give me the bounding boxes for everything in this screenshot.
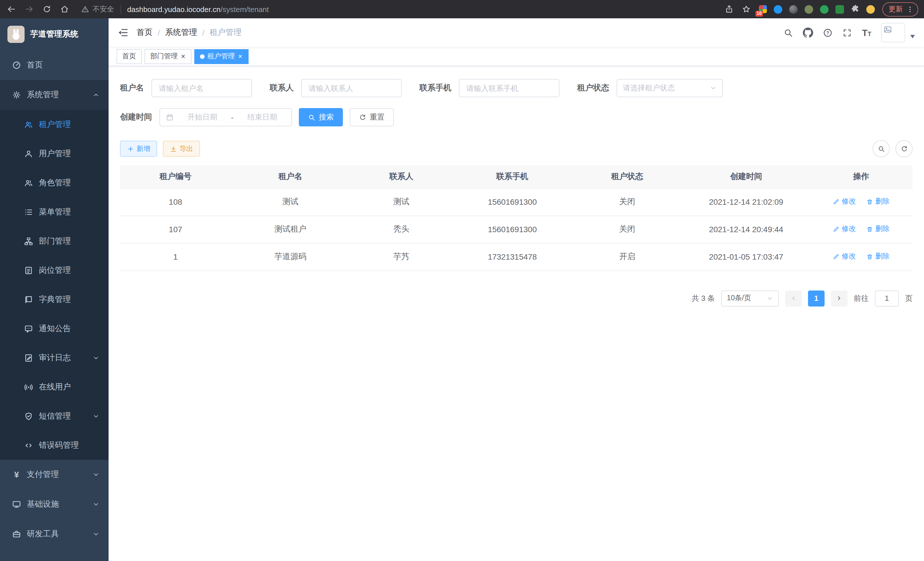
date-end-placeholder: 结束日期 bbox=[238, 112, 286, 122]
header-search-icon[interactable] bbox=[784, 28, 794, 38]
tab-tenant[interactable]: 租户管理 bbox=[194, 49, 249, 64]
contact-input[interactable] bbox=[301, 79, 402, 97]
ext-avatar-icon[interactable] bbox=[866, 4, 875, 14]
sidebar-item-error-code[interactable]: 错误码管理 bbox=[0, 431, 109, 460]
ext-olive-icon[interactable] bbox=[804, 4, 814, 14]
chevron-down-icon bbox=[93, 531, 99, 538]
page-content: 租户名 联系人 联系手机 租户状态 请选择租户状态 bbox=[109, 66, 924, 561]
bookmark-star-icon[interactable] bbox=[741, 3, 752, 15]
add-button[interactable]: 新增 bbox=[120, 141, 157, 157]
browser-forward-icon[interactable] bbox=[23, 3, 35, 15]
sidebar-item-dict[interactable]: 字典管理 bbox=[0, 285, 109, 314]
security-chip[interactable]: 不安全 bbox=[81, 4, 114, 14]
github-icon[interactable] bbox=[803, 27, 813, 38]
table-header-row: 租户编号 租户名 联系人 联系手机 租户状态 创建时间 操作 bbox=[120, 165, 913, 188]
sidebar-item-home[interactable]: 首页 bbox=[0, 50, 109, 80]
chevron-down-icon bbox=[93, 501, 99, 508]
refresh-table-button[interactable] bbox=[896, 140, 913, 157]
sidebar-item-menu[interactable]: 菜单管理 bbox=[0, 197, 109, 226]
sidebar-toggle-icon[interactable] bbox=[109, 27, 136, 38]
date-start-placeholder: 开始日期 bbox=[179, 112, 226, 122]
tab-home[interactable]: 首页 bbox=[117, 49, 142, 64]
gear-icon bbox=[12, 90, 21, 99]
caret-down-icon[interactable] bbox=[910, 35, 915, 38]
url-host: dashboard.yudao.iocoder.cn bbox=[127, 5, 220, 14]
page-size-select[interactable]: 10条/页 bbox=[721, 290, 779, 306]
sidebar-item-user[interactable]: 用户管理 bbox=[0, 139, 109, 168]
edit-button[interactable]: 修改 bbox=[832, 197, 856, 207]
date-range-picker[interactable]: 开始日期 - 结束日期 bbox=[159, 108, 292, 126]
mobile-input[interactable] bbox=[459, 79, 560, 97]
sidebar-item-role[interactable]: 角色管理 bbox=[0, 168, 109, 197]
search-button[interactable]: 搜索 bbox=[299, 108, 343, 126]
ext-green-square-icon[interactable] bbox=[835, 4, 844, 14]
share-icon[interactable] bbox=[723, 3, 735, 15]
ext-green-circle-icon[interactable] bbox=[819, 4, 829, 14]
edit-button[interactable]: 修改 bbox=[832, 252, 856, 262]
create-time-label: 创建时间 bbox=[120, 112, 152, 122]
export-button[interactable]: 导出 bbox=[163, 141, 200, 157]
browser-home-icon[interactable] bbox=[59, 3, 70, 15]
address-bar[interactable]: dashboard.yudao.iocoder.cn/system/tenant bbox=[127, 5, 717, 14]
sidebar-item-payment[interactable]: ¥ 支付管理 bbox=[0, 460, 109, 490]
ext-grid-icon[interactable]: 10 bbox=[758, 4, 767, 14]
status-badge: 关闭 bbox=[572, 216, 682, 243]
sidebar-item-post[interactable]: 岗位管理 bbox=[0, 256, 109, 285]
tenant-table: 租户编号 租户名 联系人 联系手机 租户状态 创建时间 操作 108 测试 bbox=[120, 165, 913, 271]
sidebar: 芋道管理系统 首页 系统管理 租户管理 用户管理 角色管理 bbox=[0, 18, 109, 561]
col-actions: 操作 bbox=[809, 165, 913, 188]
search-icon bbox=[308, 114, 315, 121]
app-logo[interactable]: 芋道管理系统 bbox=[0, 18, 109, 50]
fullscreen-icon[interactable] bbox=[843, 28, 852, 38]
user-avatar[interactable] bbox=[881, 23, 905, 42]
roles-icon bbox=[24, 178, 33, 187]
next-page-button[interactable] bbox=[831, 290, 848, 306]
tenant-name-input[interactable] bbox=[152, 79, 252, 97]
browser-reload-icon[interactable] bbox=[41, 3, 52, 15]
sidebar-item-system[interactable]: 系统管理 bbox=[0, 80, 109, 110]
ext-drop-icon[interactable] bbox=[773, 4, 783, 14]
chevron-down-icon bbox=[766, 295, 773, 302]
delete-button[interactable]: 删除 bbox=[866, 252, 890, 262]
infrastructure-monitor-icon bbox=[12, 500, 21, 509]
broken-image-icon bbox=[884, 25, 892, 34]
chevron-down-icon bbox=[710, 85, 717, 92]
prev-page-button[interactable] bbox=[785, 290, 802, 306]
extensions-puzzle-icon[interactable] bbox=[850, 4, 860, 14]
status-badge: 关闭 bbox=[572, 188, 682, 216]
ext-sphere-icon[interactable] bbox=[789, 4, 798, 14]
sidebar-item-notice[interactable]: 通知公告 bbox=[0, 314, 109, 343]
tab-close-icon[interactable] bbox=[181, 54, 186, 59]
font-size-icon[interactable]: TT bbox=[862, 28, 872, 37]
sidebar-item-online-user[interactable]: 在线用户 bbox=[0, 372, 109, 402]
status-select[interactable]: 请选择租户状态 bbox=[616, 79, 723, 97]
goto-page-input[interactable] bbox=[875, 290, 899, 306]
plus-icon bbox=[127, 145, 134, 152]
chrome-update-button[interactable]: 更新 bbox=[882, 2, 918, 16]
tags-view: 首页 部门管理 租户管理 bbox=[109, 47, 924, 66]
dict-book-icon bbox=[24, 295, 33, 304]
help-question-icon[interactable]: ? bbox=[823, 28, 833, 38]
page-number-button[interactable]: 1 bbox=[808, 290, 825, 306]
breadcrumb-home[interactable]: 首页 bbox=[136, 27, 153, 38]
sidebar-item-devtools[interactable]: 研发工具 bbox=[0, 519, 109, 549]
sidebar-item-dept[interactable]: 部门管理 bbox=[0, 226, 109, 256]
tab-close-icon[interactable] bbox=[238, 54, 243, 59]
toggle-search-button[interactable] bbox=[873, 140, 890, 157]
delete-button[interactable]: 删除 bbox=[866, 224, 890, 234]
edit-button[interactable]: 修改 bbox=[832, 224, 856, 234]
svg-text:?: ? bbox=[826, 30, 830, 35]
browser-back-icon[interactable] bbox=[6, 3, 17, 15]
delete-button[interactable]: 删除 bbox=[866, 197, 890, 207]
online-user-icon bbox=[24, 382, 33, 391]
sidebar-item-sms[interactable]: 短信管理 bbox=[0, 402, 109, 431]
sidebar-item-infrastructure[interactable]: 基础设施 bbox=[0, 490, 109, 519]
devtools-icon bbox=[12, 529, 21, 539]
sidebar-item-tenant[interactable]: 租户管理 bbox=[0, 110, 109, 139]
reset-button[interactable]: 重置 bbox=[350, 108, 394, 126]
col-tenant-name: 租户名 bbox=[231, 165, 350, 188]
sidebar-item-audit-log[interactable]: 审计日志 bbox=[0, 343, 109, 372]
tab-dept[interactable]: 部门管理 bbox=[145, 49, 191, 64]
refresh-icon bbox=[359, 114, 366, 121]
breadcrumb-system[interactable]: 系统管理 bbox=[165, 27, 197, 38]
